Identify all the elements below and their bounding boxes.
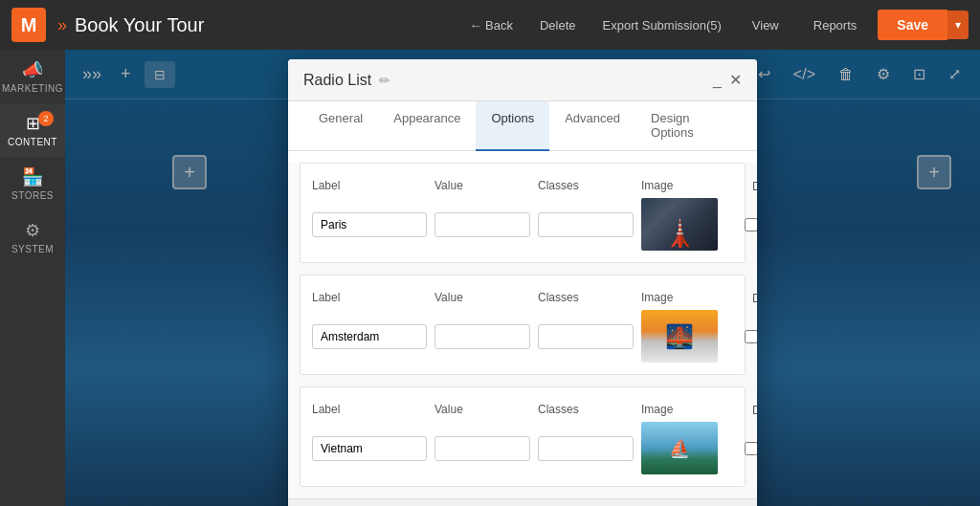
save-dropdown-button[interactable]: ▾ bbox=[947, 11, 969, 39]
sidebar-item-marketing[interactable]: 📣 MARKETING bbox=[0, 50, 65, 103]
tab-options[interactable]: Options bbox=[476, 101, 549, 151]
paris-classes-header: Classes bbox=[538, 179, 634, 194]
paris-image bbox=[641, 198, 718, 251]
paris-image-header: Image bbox=[641, 179, 737, 194]
paris-value-input[interactable] bbox=[434, 212, 530, 237]
vietnam-default-check bbox=[745, 442, 757, 455]
paris-classes-input[interactable] bbox=[538, 212, 634, 237]
close-modal-button[interactable]: ✕ bbox=[729, 71, 742, 89]
sidebar-label-content: CONTENT bbox=[8, 137, 57, 147]
paris-default-check bbox=[745, 218, 757, 231]
paris-value-header: Value bbox=[434, 179, 530, 194]
modal-overlay: Radio List ✏ _ ✕ General Appearance Opti… bbox=[65, 50, 980, 506]
amsterdam-default-header: Default bbox=[752, 292, 757, 305]
amsterdam-classes-input[interactable] bbox=[538, 324, 634, 349]
app-title-area: » Book Your Tour bbox=[57, 14, 204, 36]
modal-header: Radio List ✏ _ ✕ bbox=[288, 59, 757, 101]
main-content: »» + ⊟ ↩ </> 🗑 ⚙ ⊡ ⤢ + + Radio List ✏ _ … bbox=[65, 50, 980, 506]
amsterdam-label-input[interactable] bbox=[312, 324, 427, 349]
app-title-icon: » bbox=[57, 15, 67, 35]
vietnam-value-header: Value bbox=[434, 403, 530, 418]
tab-advanced[interactable]: Advanced bbox=[549, 101, 635, 151]
sidebar-item-system[interactable]: ⚙ SYSTEM bbox=[0, 210, 65, 264]
sidebar-label-stores: STORES bbox=[11, 190, 54, 201]
amsterdam-image-header: Image bbox=[641, 291, 737, 306]
magento-logo: M bbox=[11, 8, 46, 42]
amsterdam-data-row: 🌉 2 bbox=[312, 310, 733, 363]
modal-tabs: General Appearance Options Advanced Desi… bbox=[288, 101, 757, 151]
sidebar-item-stores[interactable]: 🏪 STORES bbox=[0, 157, 65, 210]
tab-general[interactable]: General bbox=[303, 101, 378, 151]
vietnam-image: ⛵ bbox=[641, 422, 718, 474]
paris-default-header: Default bbox=[752, 180, 757, 193]
save-button-group: Save ▾ bbox=[878, 10, 969, 40]
vietnam-classes-input[interactable] bbox=[538, 436, 634, 461]
paris-checkbox[interactable] bbox=[745, 218, 757, 231]
sidebar-item-content[interactable]: ⊞ CONTENT 2 bbox=[0, 103, 65, 157]
amsterdam-default-check bbox=[745, 330, 757, 343]
modal-body: Label Value Classes Image Default 🗑 bbox=[288, 163, 757, 506]
minimize-button[interactable]: _ bbox=[713, 71, 722, 89]
export-button[interactable]: Export Submission(5) bbox=[593, 12, 731, 38]
paris-labels-row: Label Value Classes Image Default 🗑 bbox=[312, 175, 733, 198]
vietnam-label-header: Label bbox=[312, 403, 427, 418]
vietnam-default-header: Default bbox=[752, 404, 757, 417]
edit-title-icon[interactable]: ✏ bbox=[379, 73, 390, 88]
vietnam-label-input[interactable] bbox=[312, 436, 427, 461]
modal-title: Radio List ✏ bbox=[303, 72, 390, 89]
stores-icon: 🏪 bbox=[22, 166, 43, 187]
system-icon: ⚙ bbox=[25, 220, 40, 241]
top-bar-actions: ← Back Delete Export Submission(5) View … bbox=[459, 10, 969, 40]
sidebar: 📣 MARKETING ⊞ CONTENT 2 🏪 STORES ⚙ SYSTE… bbox=[0, 50, 65, 506]
amsterdam-image: 🌉 bbox=[641, 310, 718, 363]
modal-header-actions: _ ✕ bbox=[713, 71, 742, 89]
radio-item-paris: Label Value Classes Image Default 🗑 bbox=[300, 163, 746, 263]
vietnam-classes-header: Classes bbox=[538, 403, 634, 418]
vietnam-value-input[interactable] bbox=[434, 436, 530, 461]
app-title: Book Your Tour bbox=[75, 14, 204, 36]
sidebar-label-marketing: MARKETING bbox=[2, 83, 63, 94]
paris-data-row: 1 bbox=[312, 198, 733, 251]
radio-item-amsterdam: Label Value Classes Image Default 🗑 bbox=[300, 275, 746, 375]
radio-list-modal: Radio List ✏ _ ✕ General Appearance Opti… bbox=[288, 59, 757, 506]
top-bar: M » Book Your Tour ← Back Delete Export … bbox=[0, 0, 980, 50]
delete-button[interactable]: Delete bbox=[530, 12, 586, 38]
modal-footer: Replace with Close Save bbox=[288, 498, 757, 506]
marketing-icon: 📣 bbox=[22, 59, 43, 80]
amsterdam-checkbox[interactable] bbox=[745, 330, 757, 343]
radio-item-vietnam: Label Value Classes Image Default 🗑 bbox=[300, 386, 746, 487]
back-button[interactable]: ← Back bbox=[459, 12, 523, 38]
save-main-button[interactable]: Save bbox=[878, 10, 947, 40]
view-button[interactable]: View bbox=[739, 12, 792, 38]
amsterdam-classes-header: Classes bbox=[538, 291, 634, 306]
content-badge: 2 bbox=[38, 111, 54, 126]
amsterdam-label-header: Label bbox=[312, 291, 427, 306]
amsterdam-labels-row: Label Value Classes Image Default 🗑 bbox=[312, 287, 733, 310]
vietnam-image-header: Image bbox=[641, 403, 737, 418]
amsterdam-value-header: Value bbox=[434, 291, 530, 306]
reports-button[interactable]: Reports bbox=[800, 12, 871, 38]
paris-label-input[interactable] bbox=[312, 212, 427, 237]
paris-label-header: Label bbox=[312, 179, 427, 194]
vietnam-data-row: ⛵ 3 bbox=[312, 422, 733, 474]
amsterdam-value-input[interactable] bbox=[434, 324, 530, 349]
tab-design-options[interactable]: Design Options bbox=[635, 101, 742, 151]
vietnam-checkbox[interactable] bbox=[745, 442, 757, 455]
vietnam-labels-row: Label Value Classes Image Default 🗑 bbox=[312, 399, 733, 422]
sidebar-label-system: SYSTEM bbox=[11, 244, 54, 254]
tab-appearance[interactable]: Appearance bbox=[378, 101, 476, 151]
